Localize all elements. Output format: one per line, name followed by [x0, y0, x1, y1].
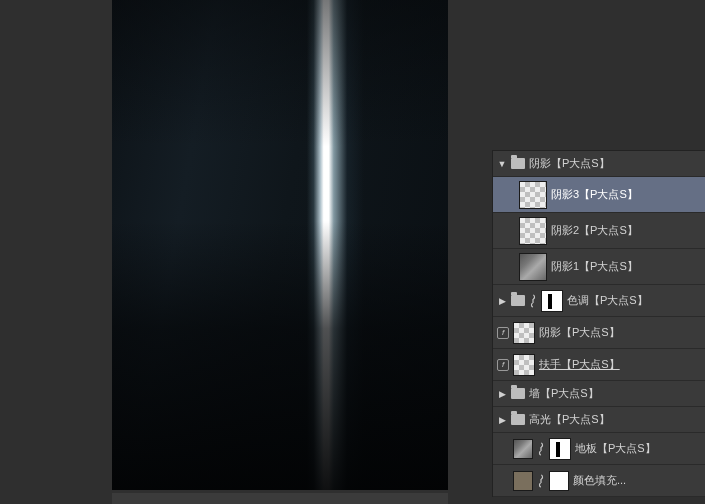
layer-handrail[interactable]: f 扶手【P大点S】 [493, 349, 705, 381]
layer-thumbnail [519, 181, 547, 209]
layer-label: 阴影【P大点S】 [529, 156, 610, 171]
layer-group-wall[interactable]: ▶ 墙【P大点S】 [493, 381, 705, 407]
layer-label: 阴影2【P大点S】 [551, 223, 638, 238]
fx-badge: f [497, 327, 509, 339]
link-icon [529, 294, 537, 308]
layer-color-fill[interactable]: 颜色填充... [493, 465, 705, 497]
folder-icon [511, 388, 525, 399]
layer-thumbnail [519, 253, 547, 281]
chevron-right-icon: ▶ [497, 389, 507, 399]
layer-shadow2[interactable]: 阴影2【P大点S】 [493, 213, 705, 249]
layer-group-tone[interactable]: ▶ 色调【P大点S】 [493, 285, 705, 317]
link-icon [537, 442, 545, 456]
layer-label: 色调【P大点S】 [567, 293, 648, 308]
layer-label: 阴影3【P大点S】 [551, 187, 638, 202]
canvas-scrollbar[interactable] [112, 493, 448, 504]
layer-label: 阴影1【P大点S】 [551, 259, 638, 274]
layer-shadow3[interactable]: 阴影3【P大点S】 [493, 177, 705, 213]
layer-label: 墙【P大点S】 [529, 386, 599, 401]
layer-thumbnail [513, 439, 533, 459]
fx-badge: f [497, 359, 509, 371]
layer-thumbnail [513, 354, 535, 376]
layer-mask-thumbnail [541, 290, 563, 312]
chevron-down-icon: ▼ [497, 159, 507, 169]
chevron-right-icon: ▶ [497, 415, 507, 425]
layer-group-shadows[interactable]: ▼ 阴影【P大点S】 [493, 151, 705, 177]
layer-mask-thumbnail [549, 471, 569, 491]
layer-group-highlight[interactable]: ▶ 高光【P大点S】 [493, 407, 705, 433]
layer-label: 地板【P大点S】 [575, 441, 656, 456]
layer-shadow1[interactable]: 阴影1【P大点S】 [493, 249, 705, 285]
folder-icon [511, 158, 525, 169]
vignette-bottom [112, 221, 448, 491]
layer-label: 扶手【P大点S】 [539, 357, 620, 372]
layer-shadow[interactable]: f 阴影【P大点S】 [493, 317, 705, 349]
fx-spacer [497, 475, 509, 487]
layers-panel: ▼ 阴影【P大点S】 阴影3【P大点S】 阴影2【P大点S】 阴影1【P大点S】… [492, 150, 705, 497]
chevron-right-icon: ▶ [497, 296, 507, 306]
vignette-top [112, 0, 448, 147]
layer-thumbnail [513, 471, 533, 491]
layer-thumbnail [513, 322, 535, 344]
layer-thumbnail [519, 217, 547, 245]
layer-label: 颜色填充... [573, 473, 626, 488]
layer-mask-thumbnail [549, 438, 571, 460]
folder-icon [511, 414, 525, 425]
layer-floor[interactable]: 地板【P大点S】 [493, 433, 705, 465]
folder-icon [511, 295, 525, 306]
link-icon [537, 474, 545, 488]
layer-label: 高光【P大点S】 [529, 412, 610, 427]
layer-label: 阴影【P大点S】 [539, 325, 620, 340]
fx-spacer [497, 443, 509, 455]
canvas-area[interactable] [112, 0, 448, 490]
